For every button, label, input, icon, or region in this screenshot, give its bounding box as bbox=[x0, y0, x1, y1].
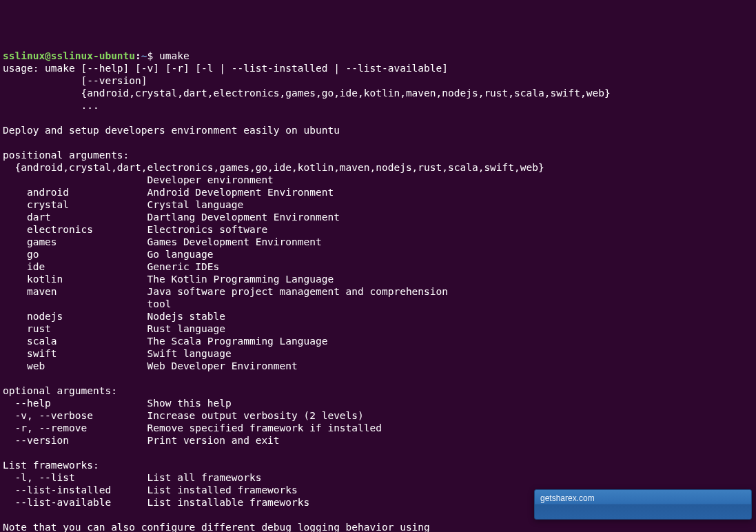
usage-line-2: [--version] bbox=[3, 74, 753, 87]
prompt-path: ~ bbox=[141, 50, 147, 61]
positional-choices: {android,crystal,dart,electronics,games,… bbox=[3, 161, 753, 174]
positional-item: ide Generic IDEs bbox=[3, 260, 753, 273]
prompt-at: @ bbox=[45, 50, 51, 61]
positional-header: positional arguments: bbox=[3, 149, 753, 161]
optional-item: -v, --verbose Increase output verbosity … bbox=[3, 409, 753, 422]
positional-item: web Web Developer Environment bbox=[3, 360, 753, 372]
prompt-line-1: sslinux@sslinux-ubuntu:~$ umake bbox=[3, 50, 753, 62]
optional-items: --help Show this help -v, --verbose Incr… bbox=[3, 397, 753, 447]
command-text: umake bbox=[159, 50, 190, 61]
positional-item: tool bbox=[3, 298, 753, 310]
positional-item: swift Swift language bbox=[3, 347, 753, 360]
positional-item: dart Dartlang Development Environment bbox=[3, 211, 753, 223]
positional-choices-desc: Developer environment bbox=[3, 174, 753, 186]
usage-line-1: usage: umake [--help] [-v] [-r] [-l | --… bbox=[3, 62, 753, 74]
blank-line bbox=[3, 447, 753, 459]
notification-text: getsharex.com bbox=[540, 493, 595, 503]
blank-line bbox=[3, 136, 753, 149]
blank-line bbox=[3, 112, 753, 124]
optional-item: --version Print version and exit bbox=[3, 434, 753, 447]
optional-item: --help Show this help bbox=[3, 397, 753, 409]
prompt-user: sslinux bbox=[3, 50, 45, 61]
positional-item: games Games Development Environment bbox=[3, 236, 753, 248]
sharex-notification[interactable]: getsharex.com bbox=[534, 489, 752, 520]
prompt-dollar: $ bbox=[147, 50, 159, 61]
optional-header: optional arguments: bbox=[3, 385, 753, 397]
positional-item: scala The Scala Programming Language bbox=[3, 335, 753, 347]
usage-line-4: ... bbox=[3, 99, 753, 112]
optional-item: -r, --remove Remove specified framework … bbox=[3, 422, 753, 434]
positional-item: crystal Crystal language bbox=[3, 198, 753, 211]
positional-item: maven Java software project management a… bbox=[3, 285, 753, 298]
blank-line bbox=[3, 372, 753, 385]
positional-item: go Go language bbox=[3, 248, 753, 260]
list-header: List frameworks: bbox=[3, 459, 753, 471]
positional-item: android Android Development Environment bbox=[3, 186, 753, 198]
positional-item: kotlin The Kotlin Programming Language bbox=[3, 273, 753, 285]
positional-items: android Android Development Environment … bbox=[3, 186, 753, 372]
positional-item: rust Rust language bbox=[3, 323, 753, 335]
usage-line-3: {android,crystal,dart,electronics,games,… bbox=[3, 87, 753, 99]
list-item: -l, --list List all frameworks bbox=[3, 471, 753, 484]
positional-item: nodejs Nodejs stable bbox=[3, 310, 753, 323]
terminal-output[interactable]: sslinux@sslinux-ubuntu:~$ umakeusage: um… bbox=[3, 50, 753, 532]
note-line-1: Note that you can also configure differe… bbox=[3, 521, 753, 532]
prompt-colon: : bbox=[135, 50, 141, 61]
prompt-host: sslinux-ubuntu bbox=[51, 50, 135, 61]
positional-item: electronics Electronics software bbox=[3, 223, 753, 236]
description: Deploy and setup developers environment … bbox=[3, 124, 753, 136]
